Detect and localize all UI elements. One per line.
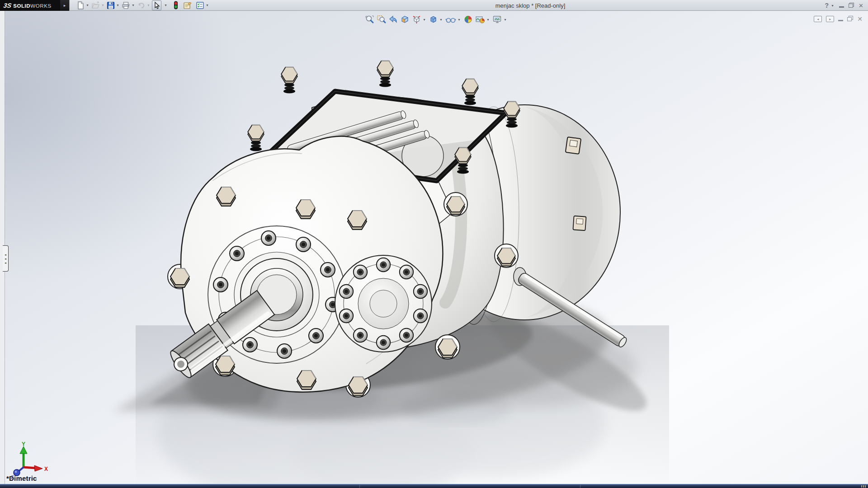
view-settings-caret-icon: ▾ — [503, 18, 507, 22]
apply-scene-button[interactable]: ▾ — [475, 14, 491, 24]
brand-3s-icon: 3S — [3, 2, 12, 9]
options-icon — [196, 1, 204, 9]
display-style-caret-icon: ▾ — [439, 18, 443, 22]
collapsed-feature-panel-tab[interactable]: ◂ ◂ ◂ — [3, 245, 9, 272]
select-caret-icon: ▾ — [164, 3, 168, 7]
options-button[interactable]: ▾ — [195, 0, 210, 10]
edit-appearance-icon — [463, 15, 473, 24]
zoom-to-fit-icon — [365, 15, 374, 24]
open-document-icon — [91, 1, 100, 9]
restore-icon — [849, 3, 854, 8]
section-view-button[interactable] — [400, 14, 410, 24]
new-document-button[interactable]: ▾ — [76, 0, 90, 10]
print-icon — [122, 1, 130, 9]
menu-expand-button[interactable]: ▸ — [60, 0, 70, 11]
view-settings-icon — [492, 15, 502, 24]
document-window-controls: ◂ ▸ ✕ — [814, 15, 863, 23]
view-orientation-icon — [412, 15, 421, 24]
window-controls: ? ▾ ✕ — [825, 0, 863, 11]
open-document-button[interactable]: ▾ — [91, 0, 105, 10]
previous-view-icon — [388, 15, 398, 24]
print-button[interactable]: ▾ — [121, 0, 136, 10]
select-button[interactable] — [152, 0, 161, 10]
solidworks-window: 3S SOLIDWORKS ▸ ▾ ▾ — [0, 0, 868, 488]
minimize-button[interactable] — [839, 1, 844, 9]
select-cursor-icon — [153, 1, 160, 9]
next-pane-button[interactable]: ▸ — [826, 16, 834, 22]
solidworks-logo: 3S SOLIDWORKS — [0, 0, 60, 11]
document-title: menjac sklop * [Read-only] — [495, 0, 566, 11]
title-bar: 3S SOLIDWORKS ▸ ▾ ▾ — [0, 0, 868, 11]
new-document-icon — [76, 1, 85, 9]
section-view-icon — [400, 15, 410, 24]
doc-close-button[interactable]: ✕ — [857, 15, 863, 23]
display-style-icon — [429, 15, 438, 24]
doc-minimize-button[interactable] — [838, 15, 843, 23]
heads-up-view-toolbar: ▾ ▾ ▾ — [364, 14, 508, 24]
apply-scene-caret-icon: ▾ — [486, 18, 490, 22]
save-caret-icon: ▾ — [116, 3, 120, 7]
save-button[interactable]: ▾ — [106, 0, 120, 10]
triad-y-label: Y — [22, 442, 25, 447]
view-orientation-label: *Dimetric — [6, 474, 37, 482]
zoom-to-fit-button[interactable] — [364, 14, 375, 24]
zoom-to-area-icon — [377, 15, 386, 24]
triad-x-label: X — [44, 466, 48, 472]
edit-appearance-button[interactable] — [463, 14, 473, 24]
doc-minimize-icon — [838, 20, 843, 21]
print-caret-icon: ▾ — [131, 3, 135, 7]
file-properties-icon — [183, 1, 192, 9]
status-bar — [0, 484, 868, 488]
zoom-to-area-button[interactable] — [376, 14, 387, 24]
undo-button[interactable]: ▾ — [137, 0, 151, 10]
select-dropdown-button[interactable]: ▾ — [162, 0, 168, 10]
apply-scene-icon — [475, 15, 485, 24]
collapse-arrow-icon: ◂ — [5, 257, 6, 260]
collapse-arrow-icon: ◂ — [5, 261, 6, 264]
traffic-light-button[interactable] — [173, 0, 179, 10]
undo-icon — [137, 1, 146, 9]
doc-restore-icon — [847, 16, 853, 21]
doc-restore-button[interactable] — [847, 15, 853, 23]
brand-works: WORKS — [30, 3, 51, 9]
status-separator — [359, 485, 360, 488]
view-orientation-button[interactable]: ▾ — [411, 14, 427, 24]
display-style-button[interactable]: ▾ — [428, 14, 443, 24]
save-icon — [107, 1, 115, 9]
standard-toolbar: ▾ ▾ ▾ — [76, 0, 210, 10]
open-document-caret-icon: ▾ — [101, 3, 105, 7]
right-bearing-flange[interactable] — [335, 255, 432, 352]
dome-stud — [573, 216, 586, 230]
undo-caret-icon: ▾ — [146, 3, 151, 7]
model-3d-gearbox[interactable] — [0, 11, 868, 484]
hide-show-items-caret-icon: ▾ — [457, 18, 461, 22]
hide-show-items-icon — [445, 15, 456, 24]
restore-button[interactable] — [849, 1, 854, 9]
view-orientation-caret-icon: ▾ — [422, 18, 426, 22]
new-document-caret-icon: ▾ — [85, 3, 90, 7]
pane-right-icon: ▸ — [829, 17, 831, 21]
hide-show-items-button[interactable]: ▾ — [445, 14, 462, 24]
previous-pane-button[interactable]: ◂ — [814, 16, 822, 22]
pane-left-icon: ◂ — [817, 17, 819, 21]
help-button[interactable]: ? — [825, 2, 829, 9]
dome-stud — [566, 137, 581, 154]
collapse-arrow-icon: ◂ — [5, 253, 6, 256]
menu-expand-icon: ▸ — [64, 3, 66, 8]
help-caret-icon: ▾ — [830, 4, 835, 8]
close-button[interactable]: ✕ — [859, 3, 863, 9]
brand-solid: SOLID — [13, 3, 30, 9]
file-properties-button[interactable] — [183, 0, 193, 10]
graphics-viewport[interactable]: ◂ ◂ ◂ — [0, 11, 868, 484]
status-separator — [580, 485, 580, 488]
view-settings-button[interactable]: ▾ — [492, 14, 508, 24]
previous-view-button[interactable] — [388, 14, 398, 24]
traffic-light-icon — [173, 1, 179, 9]
minimize-icon — [839, 6, 844, 8]
options-caret-icon: ▾ — [205, 3, 209, 7]
resize-grip-icon[interactable] — [861, 485, 866, 488]
